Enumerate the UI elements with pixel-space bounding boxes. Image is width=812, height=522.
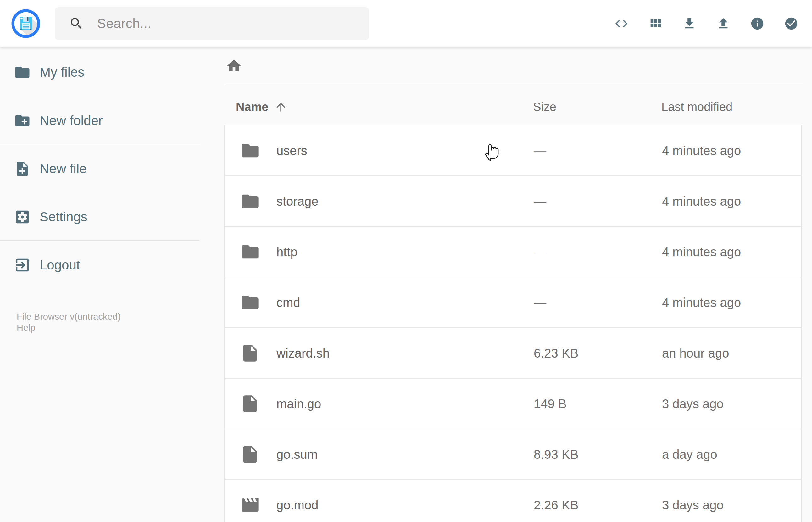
sidebar-item-settings[interactable]: Settings: [0, 202, 199, 232]
sidebar-item-label: New file: [40, 161, 86, 176]
topbar: Search...: [0, 0, 812, 47]
sidebar-divider: [0, 240, 199, 241]
file-name: go.sum: [277, 447, 318, 461]
file-row[interactable]: wizard.sh 6.23 KB an hour ago: [225, 328, 801, 379]
movie-icon: [240, 495, 260, 515]
file-size: —: [534, 295, 546, 309]
sidebar-item-new-folder[interactable]: New folder: [0, 106, 199, 136]
file-icon: [240, 394, 260, 414]
sidebar-item-label: Settings: [40, 209, 87, 224]
sidebar-footer: File Browser v(untracked) Help: [17, 311, 193, 333]
select-multiple-button[interactable]: [784, 16, 798, 31]
sidebar-item-new-file[interactable]: New file: [0, 154, 199, 184]
file-listing-area: Name Size Last modified users — 4 minute…: [199, 47, 812, 522]
column-header-name-label: Name: [236, 100, 268, 114]
file-modified: 4 minutes ago: [662, 143, 741, 158]
file-name: cmd: [277, 295, 300, 309]
file-name: http: [277, 245, 298, 259]
topbar-actions: [614, 0, 798, 47]
breadcrumb-divider: [224, 85, 803, 85]
file-row[interactable]: http — 4 minutes ago: [225, 227, 801, 277]
column-header-size[interactable]: Size: [533, 100, 556, 114]
file-modified: a day ago: [662, 447, 717, 461]
switch-view-button[interactable]: [648, 16, 663, 31]
settings-gear-icon: [14, 208, 31, 225]
folder-icon: [14, 64, 31, 81]
sidebar-item-logout[interactable]: Logout: [0, 250, 199, 280]
file-row[interactable]: storage — 4 minutes ago: [225, 176, 801, 227]
sidebar-divider: [0, 144, 199, 144]
new-folder-icon: [14, 112, 31, 129]
sidebar-item-label: Logout: [40, 258, 80, 273]
download-button[interactable]: [682, 16, 696, 31]
info-icon: [750, 16, 765, 31]
floppy-disk-logo-icon: [11, 8, 41, 39]
folder-icon: [240, 191, 260, 211]
file-icon: [240, 444, 260, 464]
file-name: main.go: [277, 397, 321, 411]
home-icon: [226, 58, 242, 74]
file-modified: an hour ago: [662, 346, 729, 360]
file-modified: 4 minutes ago: [662, 245, 741, 259]
sidebar: My files New folder New file Settings Lo…: [0, 47, 199, 522]
grid-view-icon: [648, 16, 663, 31]
info-button[interactable]: [750, 16, 765, 31]
file-size: —: [534, 143, 546, 158]
file-row[interactable]: cmd — 4 minutes ago: [225, 277, 801, 328]
column-header-name[interactable]: Name: [236, 100, 287, 114]
sidebar-item-my-files[interactable]: My files: [0, 57, 199, 87]
filebrowser-logo[interactable]: [11, 8, 41, 39]
arrow-up-icon: [274, 100, 287, 114]
code-icon: [614, 16, 629, 31]
help-link[interactable]: Help: [17, 322, 193, 333]
file-size: —: [534, 245, 546, 259]
file-name: storage: [277, 194, 318, 208]
upload-icon: [716, 16, 731, 31]
folder-icon: [240, 293, 260, 313]
upload-button[interactable]: [716, 16, 731, 31]
column-header-modified[interactable]: Last modified: [662, 100, 732, 114]
folder-icon: [240, 242, 260, 262]
file-row[interactable]: go.sum 8.93 KB a day ago: [225, 429, 801, 480]
file-icon: [240, 343, 260, 363]
file-listing: users — 4 minutes ago storage — 4 minute…: [224, 125, 801, 522]
file-size: 8.93 KB: [534, 447, 578, 461]
app-version-text: File Browser v(untracked): [17, 311, 193, 322]
file-row[interactable]: go.mod 2.26 KB 3 days ago: [225, 480, 801, 522]
file-size: 2.26 KB: [534, 498, 578, 512]
file-modified: 4 minutes ago: [662, 295, 741, 309]
file-size: —: [534, 194, 546, 208]
search-icon: [69, 16, 84, 31]
search-input[interactable]: Search...: [55, 7, 369, 40]
search-placeholder: Search...: [97, 16, 151, 31]
file-size: 149 B: [534, 397, 567, 411]
file-row[interactable]: main.go 149 B 3 days ago: [225, 379, 801, 429]
file-modified: 3 days ago: [662, 397, 724, 411]
file-modified: 3 days ago: [662, 498, 724, 512]
file-name: users: [277, 143, 307, 158]
sidebar-item-label: My files: [40, 65, 84, 80]
file-size: 6.23 KB: [534, 346, 578, 360]
folder-icon: [240, 141, 260, 161]
sidebar-item-label: New folder: [40, 113, 103, 128]
file-row[interactable]: users — 4 minutes ago: [225, 125, 801, 176]
file-modified: 4 minutes ago: [662, 194, 741, 208]
file-name: wizard.sh: [277, 346, 330, 360]
logout-icon: [14, 257, 31, 274]
download-icon: [682, 16, 696, 31]
new-file-icon: [14, 160, 31, 177]
breadcrumb-home-button[interactable]: [226, 58, 242, 74]
check-circle-icon: [784, 16, 798, 31]
file-name: go.mod: [277, 498, 318, 512]
code-view-button[interactable]: [614, 16, 629, 31]
